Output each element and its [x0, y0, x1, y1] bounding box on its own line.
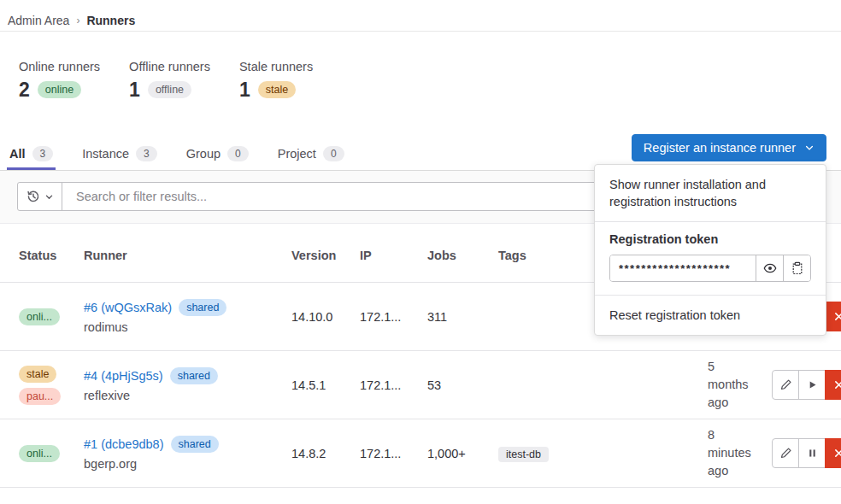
stat-label: Stale runners: [239, 60, 313, 73]
shared-badge: shared: [171, 436, 219, 453]
pause-icon: [807, 448, 818, 459]
chevron-down-icon: [44, 192, 54, 202]
runner-tag-badge: itest-db: [498, 447, 549, 462]
tab-label: Instance: [82, 147, 129, 161]
pencil-icon: [779, 378, 792, 391]
tab-instance[interactable]: Instance 3: [79, 139, 160, 170]
table-row: stale pau... #4 (4pHjSg5s) shared reflex…: [0, 351, 841, 419]
tab-label: Group: [186, 147, 221, 161]
admin-runners-page: Admin Area › Runners Online runners 2 on…: [0, 0, 841, 504]
edit-runner-button[interactable]: [772, 370, 799, 400]
register-runner-dropdown: Show runner installation and registratio…: [594, 164, 826, 336]
col-header-jobs: Jobs: [427, 249, 498, 262]
tab-count-badge: 3: [136, 146, 157, 161]
runner-jobs: 53: [427, 378, 498, 392]
tab-label: Project: [278, 147, 316, 161]
history-icon: [26, 190, 40, 203]
runner-version: 14.8.2: [291, 447, 360, 460]
chevron-down-icon: [804, 143, 815, 153]
runner-status-badge: pau...: [19, 388, 61, 405]
status-badge-online: online: [38, 81, 81, 98]
registration-token-group: [609, 255, 811, 282]
delete-runner-button[interactable]: [825, 438, 841, 468]
dropdown-item-show-instructions[interactable]: Show runner installation and registratio…: [595, 165, 826, 221]
last-contact: minutes: [708, 444, 772, 462]
runner-ip: 172.1...: [360, 447, 427, 460]
breadcrumb-runners: Runners: [86, 14, 135, 27]
delete-runner-button[interactable]: [825, 302, 841, 331]
tab-label: All: [9, 147, 26, 161]
registration-token-section: Registration token: [595, 222, 826, 295]
last-contact: months: [708, 376, 772, 394]
col-header-version: Version: [291, 249, 360, 262]
register-button-label: Register an instance runner: [644, 141, 796, 155]
close-icon: [833, 448, 841, 459]
delete-runner-button[interactable]: [825, 370, 841, 400]
tab-count-badge: 0: [323, 146, 344, 161]
stat-label: Offline runners: [129, 60, 210, 73]
play-icon: [807, 379, 818, 390]
breadcrumb: Admin Area › Runners: [0, 0, 841, 32]
tab-count-badge: 3: [32, 146, 54, 161]
dropdown-item-reset-token[interactable]: Reset registration token: [595, 296, 826, 335]
search-history-button[interactable]: [18, 183, 62, 210]
last-contact: ago: [708, 462, 772, 480]
runner-name: bgerp.org: [84, 457, 291, 471]
col-header-runner: Runner: [84, 249, 291, 262]
col-header-ip: IP: [360, 249, 427, 262]
reveal-token-button[interactable]: [756, 255, 783, 281]
resume-runner-button[interactable]: [798, 370, 826, 400]
registration-token-input[interactable]: [610, 255, 756, 281]
runner-link[interactable]: #1 (dcbe9db8): [84, 437, 164, 451]
pause-runner-button[interactable]: [798, 438, 826, 468]
last-contact: ago: [708, 394, 772, 412]
stat-count: 1: [129, 79, 140, 100]
runner-version: 14.5.1: [291, 378, 360, 392]
col-header-status: Status: [19, 249, 84, 262]
tab-project[interactable]: Project 0: [275, 139, 347, 170]
runner-status-badge: onli...: [19, 445, 60, 462]
clipboard-icon: [791, 261, 804, 275]
runner-status-badge: onli...: [19, 308, 60, 325]
runner-link[interactable]: #6 (wQGsxRak): [84, 301, 172, 314]
shared-badge: shared: [170, 367, 218, 384]
edit-runner-button[interactable]: [772, 438, 799, 468]
breadcrumb-separator-icon: ›: [76, 15, 79, 26]
runner-link[interactable]: #4 (4pHjSg5s): [84, 369, 163, 383]
runner-ip: 172.1...: [360, 378, 427, 392]
pencil-icon: [779, 447, 792, 460]
stat-label: Online runners: [19, 60, 100, 73]
runner-name: rodimus: [84, 320, 291, 334]
tab-group[interactable]: Group 0: [184, 139, 251, 170]
tab-count-badge: 0: [227, 146, 249, 161]
eye-icon: [763, 261, 777, 275]
stat-count: 1: [239, 79, 250, 100]
status-badge-stale: stale: [258, 81, 296, 98]
register-instance-runner-button[interactable]: Register an instance runner: [632, 134, 826, 161]
stat-stale-runners: Stale runners 1 stale: [239, 60, 313, 100]
stat-online-runners: Online runners 2 online: [19, 60, 100, 100]
stat-offline-runners: Offline runners 1 offline: [129, 60, 210, 100]
close-icon: [833, 379, 841, 390]
shared-badge: shared: [179, 299, 226, 316]
close-icon: [833, 311, 841, 322]
runner-jobs: 1,000+: [427, 447, 498, 460]
copy-token-button[interactable]: [783, 255, 810, 281]
runner-name: reflexive: [84, 389, 291, 402]
last-contact: 5: [708, 358, 772, 376]
table-row: onli... #1 (dcbe9db8) shared bgerp.org 1…: [0, 419, 841, 488]
runner-version: 14.10.0: [291, 310, 360, 324]
status-badge-offline: offline: [148, 81, 191, 98]
tab-all[interactable]: All 3: [7, 139, 56, 170]
breadcrumb-admin-area[interactable]: Admin Area: [8, 14, 69, 27]
runner-stats: Online runners 2 online Offline runners …: [0, 32, 841, 100]
last-contact: 8: [708, 426, 772, 444]
registration-token-label: Registration token: [609, 232, 811, 246]
runner-ip: 172.1...: [360, 310, 427, 324]
stat-count: 2: [19, 79, 30, 100]
runner-status-badge: stale: [19, 366, 56, 383]
runner-jobs: 311: [427, 310, 498, 324]
